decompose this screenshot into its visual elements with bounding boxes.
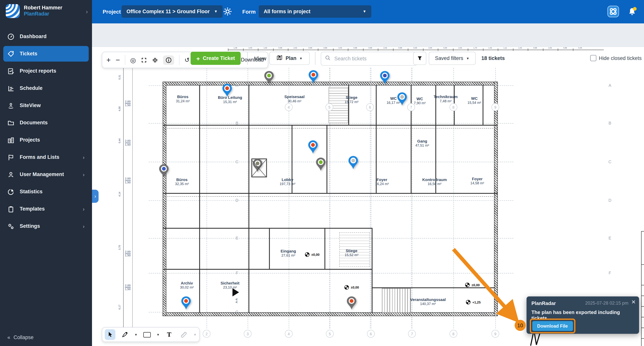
grid-axis-letter: A bbox=[236, 83, 238, 88]
fullscreen-button[interactable] bbox=[141, 57, 147, 63]
close-icon[interactable]: ✕ bbox=[631, 299, 636, 305]
ticket-marker-8[interactable] bbox=[348, 156, 358, 171]
level-marker: ±0,00 bbox=[305, 252, 320, 257]
sidebar-expand-tab[interactable]: › bbox=[92, 190, 98, 203]
ticket-marker-3[interactable] bbox=[308, 70, 319, 85]
filter-button[interactable] bbox=[413, 52, 426, 65]
visibility-button[interactable]: ◎ bbox=[130, 56, 136, 64]
connect-app-icon[interactable] bbox=[607, 5, 619, 19]
titleblock-row: AddressePlanRadarstraße 1 bbox=[642, 296, 644, 307]
view-mode-dropdown[interactable]: Plan ▼ bbox=[270, 52, 310, 65]
pen-tool-caret[interactable]: ▼ bbox=[134, 333, 138, 337]
topbar: Project Office Complex 11 > Ground Floor… bbox=[92, 0, 644, 23]
tickets-toolbar: + Create Ticket View Plan ▼ Saved filter… bbox=[92, 23, 644, 47]
section-label: A-A bbox=[235, 298, 238, 303]
ticket-marker-12[interactable] bbox=[346, 296, 357, 312]
ticket-marker-11[interactable] bbox=[181, 296, 192, 312]
ticket-marker-7[interactable] bbox=[316, 157, 326, 173]
pen-tool[interactable] bbox=[120, 329, 130, 340]
sidebar-item-icon bbox=[8, 223, 14, 230]
form-selector[interactable]: All forms in project ▼ bbox=[259, 5, 371, 18]
sidebar-item-user-management[interactable]: User Management › bbox=[3, 167, 89, 182]
zoom-in-button[interactable]: + bbox=[106, 55, 111, 64]
grid-axis-letter: C bbox=[608, 160, 612, 164]
sidebar-item-label: Forms and Lists bbox=[20, 154, 60, 160]
sidebar-item-siteview[interactable]: SiteView › bbox=[3, 98, 89, 113]
sidebar-item-statistics[interactable]: Statistics › bbox=[3, 184, 89, 199]
sidebar-item-icon bbox=[8, 85, 14, 92]
room-label: Büros 32,35 m² bbox=[175, 177, 189, 186]
caret-down-icon: ▼ bbox=[363, 9, 366, 13]
sidebar-item-schedule[interactable]: Schedule › bbox=[3, 80, 89, 96]
hide-closed-checkbox[interactable] bbox=[590, 55, 596, 61]
grid-axis-bubble: 7 bbox=[408, 330, 416, 338]
grid-axis-bubble: 6 bbox=[367, 330, 375, 338]
search-input[interactable] bbox=[334, 55, 401, 62]
download-file-button[interactable]: Download File bbox=[532, 321, 573, 331]
titleblock-project-title: BEISPIELPROJEKT bbox=[642, 265, 644, 285]
ticket-marker-6[interactable] bbox=[308, 140, 318, 156]
zoom-out-button[interactable]: − bbox=[116, 55, 120, 64]
grid-axis-letter: C bbox=[236, 160, 239, 164]
sidebar-item-icon bbox=[8, 137, 14, 143]
grid-axis-letter: B bbox=[236, 121, 238, 125]
ruler-tick-label: 0,99 bbox=[563, 47, 567, 49]
select-cursor-tool[interactable] bbox=[105, 329, 116, 340]
grid-axis-letter: F bbox=[236, 271, 238, 275]
ruler-tick-label: 2,02 bbox=[294, 47, 297, 49]
account-switcher[interactable]: Robert Hammer PlanRadar › bbox=[6, 4, 88, 18]
titleblock-row: Plannummer19 Test 001 bbox=[642, 317, 644, 328]
sidebar-item-tickets[interactable]: Tickets › bbox=[3, 46, 89, 61]
grid-axis-bubble: 4 bbox=[285, 330, 293, 338]
sidebar-item-templates[interactable]: Templates › bbox=[3, 201, 89, 217]
plan-info-button[interactable] bbox=[163, 55, 174, 64]
tutorial-step-badge: 10 bbox=[514, 320, 526, 331]
sidebar-item-dashboard[interactable]: Dashboard › bbox=[3, 29, 89, 44]
toast-app-name: PlanRadar bbox=[532, 301, 556, 306]
ticket-marker-4[interactable] bbox=[380, 71, 390, 86]
create-ticket-button[interactable]: + Create Ticket bbox=[190, 52, 240, 65]
sidebar-collapse-button[interactable]: « Collapse bbox=[8, 335, 34, 340]
sidebar-item-label: Schedule bbox=[20, 85, 42, 91]
chevron-right-icon: › bbox=[83, 154, 84, 160]
sidebar-item-icon bbox=[8, 188, 14, 195]
room-label: Technikraum 7,48 m² bbox=[434, 94, 458, 103]
grid-axis-bubble: 8 bbox=[450, 330, 457, 338]
ticket-marker-1[interactable] bbox=[222, 83, 232, 99]
measure-tool[interactable] bbox=[179, 329, 189, 340]
ticket-marker-2[interactable] bbox=[264, 71, 274, 86]
sidebar-item-icon bbox=[8, 50, 14, 57]
grid-axis-letter: D bbox=[236, 198, 239, 203]
room-label: Foyer 16,24 m² bbox=[375, 177, 389, 186]
titleblock-row: Projektnummer1901 bbox=[642, 307, 644, 318]
level-symbol-icon bbox=[466, 300, 471, 305]
grid-axis-bubble: 9 bbox=[492, 330, 499, 338]
shape-tool[interactable] bbox=[142, 329, 152, 340]
sidebar-item-label: SiteView bbox=[20, 103, 41, 108]
ticket-marker-9[interactable] bbox=[252, 158, 263, 174]
room-label: Büros 31,24 m² bbox=[176, 94, 190, 103]
shape-tool-caret[interactable]: ▼ bbox=[156, 333, 160, 337]
ruler-tick-label: 4,00 bbox=[428, 47, 432, 49]
chevron-right-icon: › bbox=[83, 223, 84, 229]
measure-tool-caret[interactable]: ▼ bbox=[194, 333, 197, 337]
saved-filters-dropdown[interactable]: Saved filters ▼ bbox=[429, 52, 476, 65]
saved-filters-label: Saved filters bbox=[435, 55, 463, 61]
project-selector[interactable]: Office Complex 11 > Ground Floor ▼ bbox=[122, 5, 222, 18]
text-tool[interactable]: T bbox=[164, 329, 174, 340]
ticket-marker-5[interactable] bbox=[397, 92, 408, 107]
ticket-marker-10[interactable] bbox=[158, 164, 169, 179]
fit-to-screen-button[interactable] bbox=[152, 57, 158, 63]
room-label: Veranstaltungssaal 140,37 m² bbox=[410, 297, 446, 306]
sidebar-item-settings[interactable]: Settings › bbox=[3, 218, 89, 234]
sidebar-item-documents[interactable]: Documents › bbox=[3, 115, 89, 130]
grid-axis-bubble: 6 bbox=[366, 103, 374, 111]
room-label: Stiege 15,72 m² bbox=[344, 95, 358, 104]
project-settings-gear-icon[interactable] bbox=[222, 6, 232, 18]
sidebar-item-projects[interactable]: Projects › bbox=[3, 132, 89, 148]
grid-axis-letter: G bbox=[235, 310, 239, 314]
sidebar-item-project-reports[interactable]: Project reports › bbox=[3, 63, 89, 79]
sidebar-item-forms-and-lists[interactable]: Forms and Lists › bbox=[3, 149, 89, 165]
level-symbol-icon bbox=[344, 285, 349, 290]
notifications-bell-icon[interactable] bbox=[627, 6, 638, 19]
